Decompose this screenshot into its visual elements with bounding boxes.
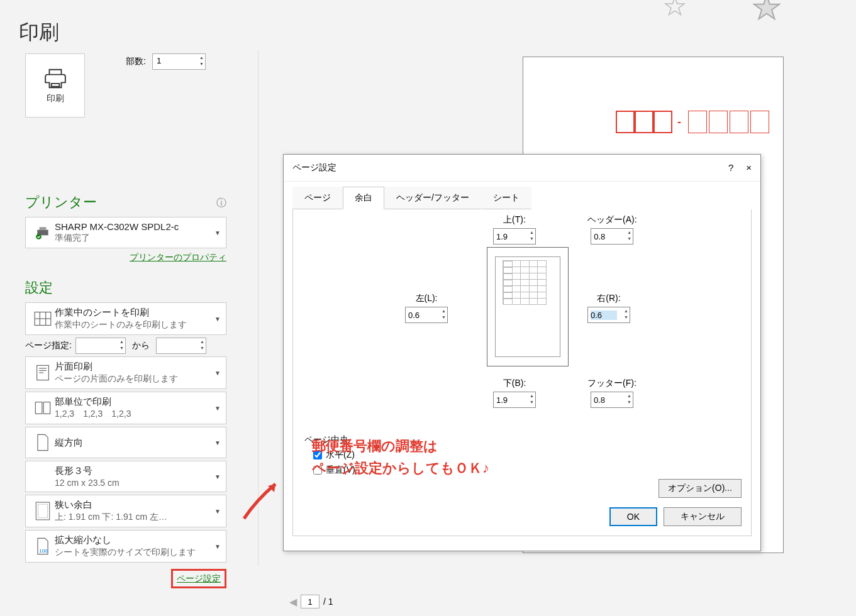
ok-button[interactable]: OK	[609, 507, 657, 526]
copies-input[interactable]: ▲▼	[152, 53, 206, 70]
sheet-icon	[34, 311, 52, 326]
caret-down-icon: ▼	[214, 316, 221, 322]
preview-pager: ◀ / 1	[289, 595, 333, 608]
portrait-icon	[35, 433, 50, 452]
caret-down-icon: ▼	[214, 229, 221, 236]
svg-rect-1	[40, 227, 47, 229]
printer-selector[interactable]: SHARP MX-C302W SPDL2-c 準備完了 ▼	[25, 217, 226, 248]
pager-total: / 1	[323, 597, 333, 607]
dialog-title: ページ設定	[292, 162, 336, 173]
cancel-button[interactable]: キャンセル	[664, 507, 742, 526]
collate-icon	[34, 400, 52, 415]
single-side-icon	[34, 364, 52, 382]
tab-sheet[interactable]: シート	[481, 187, 531, 209]
copies-label: 部数:	[126, 56, 146, 67]
spinner-down-icon[interactable]: ▼	[199, 61, 204, 67]
page-setup-link[interactable]: ページ設定	[177, 573, 221, 583]
margin-top-input[interactable]: ▲▼	[493, 228, 536, 245]
margin-top-label: 上(T):	[503, 214, 526, 226]
caret-down-icon: ▼	[214, 508, 221, 515]
margin-header-label: ヘッダー(A):	[587, 214, 637, 226]
margin-header-input[interactable]: ▲▼	[591, 228, 633, 245]
margin-bottom-input[interactable]: ▲▼	[493, 392, 536, 408]
spinner-up-icon[interactable]: ▲	[199, 55, 204, 61]
margin-bottom-label: 下(B):	[503, 378, 526, 389]
print-button[interactable]: 印刷	[25, 53, 85, 118]
caret-down-icon: ▼	[214, 439, 221, 446]
pager-prev-icon[interactable]: ◀	[289, 596, 297, 608]
pager-current-input[interactable]	[301, 595, 320, 608]
page-title: 印刷	[19, 19, 59, 47]
tab-page[interactable]: ページ	[292, 187, 343, 209]
paper-selector[interactable]: 長形３号12 cm x 23.5 cm ▼	[25, 461, 226, 492]
page-from-input[interactable]: ▲▼	[75, 338, 126, 354]
svg-rect-14	[38, 504, 48, 517]
printer-icon	[43, 67, 67, 91]
margin-left-label: 左(L):	[416, 293, 438, 304]
settings-section-header: 設定	[25, 278, 226, 297]
dialog-help-button[interactable]: ?	[728, 162, 733, 173]
caret-down-icon: ▼	[214, 543, 221, 550]
margin-right-input[interactable]: ▲▼	[587, 307, 630, 323]
star-icon	[752, 0, 782, 23]
print-what-selector[interactable]: 作業中のシートを印刷作業中のシートのみを印刷します ▼	[25, 302, 226, 335]
orientation-selector[interactable]: 縦方向 ▼	[25, 427, 226, 458]
margin-left-input[interactable]: ▲▼	[405, 307, 448, 323]
arrow-icon	[238, 475, 288, 525]
page-to-label: から	[132, 340, 150, 351]
dialog-close-button[interactable]: ×	[746, 162, 752, 173]
margin-footer-input[interactable]: ▲▼	[591, 392, 633, 408]
annotation-text: 郵便番号欄の調整は ページ設定からしてもＯＫ♪	[312, 435, 489, 479]
tab-margins[interactable]: 余白	[343, 187, 384, 209]
printer-ready-icon	[33, 224, 52, 241]
tab-header-footer[interactable]: ヘッダー/フッター	[384, 187, 481, 209]
svg-rect-11	[35, 402, 42, 414]
caret-down-icon: ▼	[214, 405, 221, 412]
printer-properties-link[interactable]: プリンターのプロパティ	[25, 252, 226, 263]
margin-right-label: 右(R):	[597, 293, 620, 304]
options-button[interactable]: オプション(O)...	[659, 479, 742, 498]
page-setup-dialog: ページ設定 ? × ページ 余白 ヘッダー/フッター シート 上(T): ▲▼ …	[283, 154, 761, 551]
printer-section-header: プリンター	[25, 193, 226, 212]
print-button-label: 印刷	[47, 93, 64, 104]
page-range-label: ページ指定:	[25, 340, 72, 351]
svg-text:100: 100	[39, 548, 48, 554]
svg-rect-12	[43, 402, 50, 414]
page-to-input[interactable]: ▲▼	[156, 338, 206, 354]
star-icon	[664, 0, 686, 18]
postal-code-boxes: -	[616, 111, 769, 133]
printer-status: 準備完了	[55, 233, 221, 244]
info-icon[interactable]: ⓘ	[216, 197, 226, 210]
scale-icon: 100	[35, 537, 50, 556]
caret-down-icon: ▼	[214, 370, 221, 377]
svg-point-2	[36, 234, 42, 239]
printer-name: SHARP MX-C302W SPDL2-c	[55, 221, 221, 232]
page-setup-link-highlight: ページ設定	[171, 569, 226, 588]
caret-down-icon: ▼	[214, 473, 221, 480]
margins-icon	[35, 502, 51, 520]
sides-selector[interactable]: 片面印刷ページの片面のみを印刷します ▼	[25, 356, 226, 389]
margin-footer-label: フッター(F):	[587, 378, 636, 389]
margins-selector[interactable]: 狭い余白上: 1.91 cm 下: 1.91 cm 左… ▼	[25, 495, 226, 527]
page-margins-diagram	[487, 247, 569, 366]
scaling-selector[interactable]: 100 拡大縮小なしシートを実際のサイズで印刷します ▼	[25, 530, 226, 563]
collate-selector[interactable]: 部単位で印刷1,2,3 1,2,3 1,2,3 ▼	[25, 392, 226, 424]
